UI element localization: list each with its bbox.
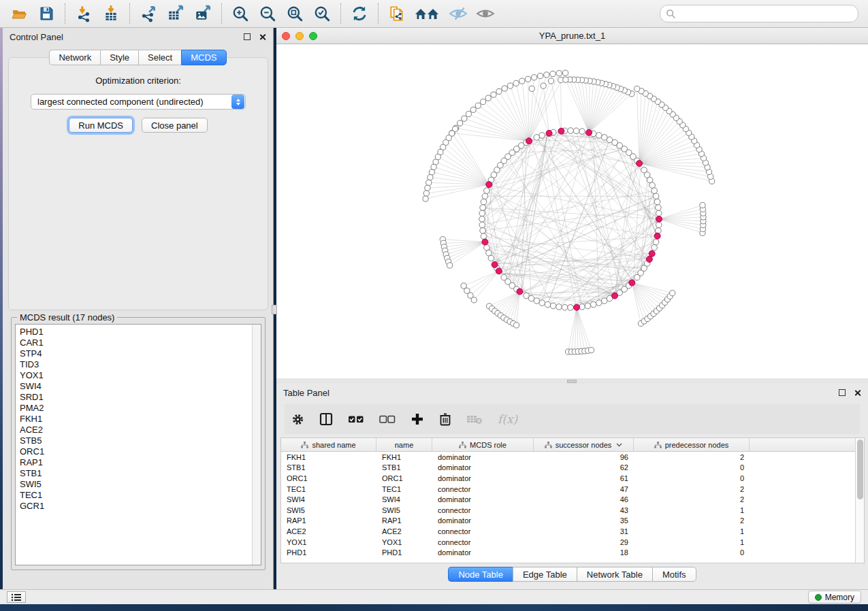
network-leaf-node[interactable] [519,78,525,84]
network-node[interactable] [568,128,574,134]
network-leaf-node[interactable] [428,175,433,180]
column-panel-icon[interactable] [319,412,333,426]
tab-network[interactable]: Network [49,50,100,65]
mcds-result-item[interactable]: STP4 [20,348,252,359]
deselect-all-icon[interactable] [379,414,396,424]
network-node[interactable] [484,188,490,194]
network-node[interactable] [479,216,485,222]
network-leaf-node[interactable] [475,103,481,108]
first-neighbors-icon[interactable] [413,3,443,24]
duplicate-network-icon[interactable] [385,3,408,24]
network-leaf-node[interactable] [423,191,429,196]
network-dominator-node[interactable] [656,216,662,222]
column-header-MCDS-role[interactable]: MCDS role [432,438,534,451]
network-node[interactable] [479,210,485,216]
network-leaf-node[interactable] [700,203,705,208]
network-leaf-node[interactable] [461,283,466,288]
network-dominator-node[interactable] [526,138,532,144]
task-history-button[interactable] [7,591,26,603]
network-dominator-node[interactable] [612,293,618,299]
table-row[interactable]: STB1STB1dominator620 [281,463,855,474]
network-node[interactable] [481,233,487,240]
horizontal-splitter[interactable] [276,378,868,384]
export-table-icon[interactable] [164,3,187,24]
mcds-result-item[interactable]: ORC1 [20,446,252,457]
network-leaf-node[interactable] [544,72,549,78]
network-node[interactable] [550,303,556,309]
mcds-result-item[interactable]: TID3 [20,359,252,370]
network-leaf-node[interactable] [548,78,553,84]
import-table-icon[interactable] [99,3,123,24]
network-leaf-node[interactable] [513,323,519,328]
network-node[interactable] [480,205,486,211]
network-node[interactable] [488,255,494,261]
mcds-result-item[interactable]: PMA2 [20,403,252,414]
network-leaf-node[interactable] [670,291,675,296]
network-canvas[interactable] [276,44,868,378]
table-row[interactable]: ORC1ORC1dominator610 [281,473,855,484]
mcds-result-item[interactable]: YOX1 [20,370,252,381]
close-panel-button[interactable]: Close panel [142,118,208,133]
zoom-selected-icon[interactable] [310,3,334,24]
network-leaf-node[interactable] [470,107,476,112]
network-node[interactable] [534,298,540,304]
mcds-result-item[interactable]: STB5 [20,435,252,446]
network-leaf-node[interactable] [634,86,640,91]
network-dominator-node[interactable] [654,233,660,239]
mcds-result-item[interactable]: RAP1 [20,457,252,468]
network-node[interactable] [652,244,658,250]
tab-network-table[interactable]: Network Table [577,567,652,582]
network-dominator-node[interactable] [482,239,488,245]
network-node[interactable] [596,133,602,139]
network-dominator-node[interactable] [629,280,635,286]
close-table-panel-icon[interactable] [854,389,861,397]
network-leaf-node[interactable] [526,76,531,82]
network-node[interactable] [484,244,490,250]
network-leaf-node[interactable] [457,120,463,126]
network-dominator-node[interactable] [558,128,564,134]
zoom-fit-icon[interactable] [283,3,306,24]
network-node[interactable] [545,301,551,308]
network-dominator-node[interactable] [574,304,580,310]
network-node[interactable] [585,303,591,309]
network-dominator-node[interactable] [496,268,502,274]
network-leaf-node[interactable] [425,185,430,191]
run-mcds-button[interactable]: Run MCDS [69,118,133,133]
network-leaf-node[interactable] [532,75,537,80]
network-node[interactable] [480,228,486,234]
network-dominator-node[interactable] [546,130,552,136]
network-dominator-node[interactable] [637,161,643,167]
table-row[interactable]: YOX1YOX1connector291 [281,537,855,548]
memory-button[interactable]: Memory [808,591,861,604]
network-dominator-node[interactable] [517,288,523,295]
network-node[interactable] [481,199,487,205]
tab-node-table[interactable]: Node Table [448,567,513,582]
network-node[interactable] [573,128,579,134]
add-column-icon[interactable] [411,412,424,426]
network-node[interactable] [482,193,488,199]
table-row[interactable]: SWI4SWI4dominator462 [281,494,855,505]
column-header-predecessor-nodes[interactable]: predecessor nodes [634,438,750,451]
search-box[interactable] [660,5,858,22]
network-node[interactable] [539,133,545,139]
network-node[interactable] [568,305,574,311]
network-leaf-node[interactable] [563,77,568,82]
network-node[interactable] [534,135,540,141]
mcds-result-item[interactable]: FKH1 [20,414,252,425]
splitter-grip[interactable] [567,380,577,383]
open-file-icon[interactable] [7,3,31,24]
save-session-icon[interactable] [35,3,58,24]
network-leaf-node[interactable] [485,95,491,101]
network-node[interactable] [654,199,660,205]
tab-edge-table[interactable]: Edge Table [513,567,577,582]
mcds-result-item[interactable]: ACE2 [20,425,252,435]
mcds-result-list[interactable]: PHD1CAR1STP4TID3YOX1SWI4SRD1PMA2FKH1ACE2… [15,324,261,565]
network-dominator-node[interactable] [649,250,655,257]
zoom-out-icon[interactable] [256,3,279,24]
table-scrollbar-thumb[interactable] [857,440,863,499]
network-node[interactable] [590,301,596,308]
table-settings-icon[interactable] [291,413,304,426]
network-node[interactable] [656,210,662,216]
network-leaf-node[interactable] [429,169,434,175]
mcds-result-item[interactable]: GCR1 [20,501,252,512]
